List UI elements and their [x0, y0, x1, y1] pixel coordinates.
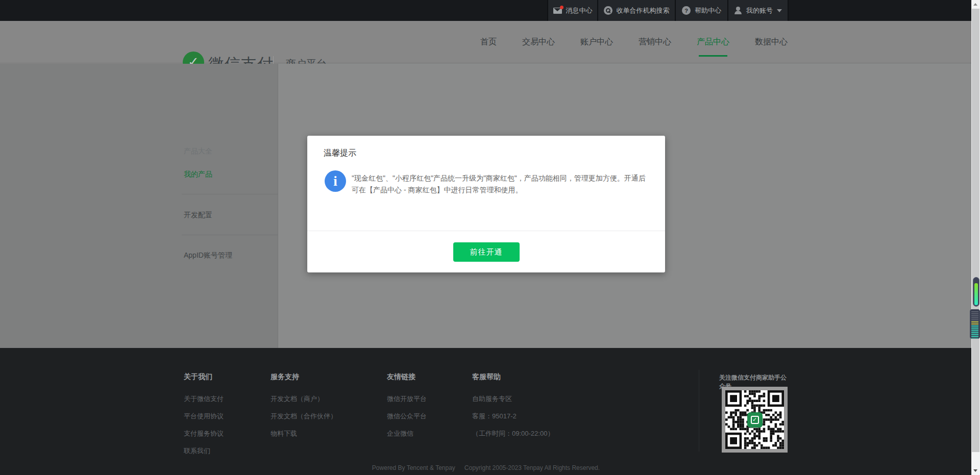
acquiring-search-item[interactable]: 收单合作机构搜索: [597, 0, 675, 21]
copyright-powered-by: Powered By Tencent & Tenpay: [372, 464, 455, 471]
footer-col-title: 友情链接: [387, 372, 427, 382]
scroll-marker-stripes: [970, 309, 980, 339]
scrollbar[interactable]: [971, 0, 980, 475]
scroll-down-arrow-icon[interactable]: [973, 469, 977, 472]
help-center-item[interactable]: ? 帮助中心: [675, 0, 727, 21]
info-icon: i: [325, 170, 346, 192]
topbar: 消息中心 收单合作机构搜索 ? 帮助中心 我的账号: [0, 0, 980, 21]
help-center-label: 帮助中心: [695, 6, 721, 15]
page: 消息中心 收单合作机构搜索 ? 帮助中心 我的账号 ✓ 微信支付 商户平台 首页…: [0, 0, 980, 475]
message-center-label: 消息中心: [566, 6, 593, 15]
footer-link[interactable]: 联系我们: [184, 446, 224, 456]
chevron-down-icon: [777, 9, 782, 12]
footer-link[interactable]: 开发文档（合作伙伴）: [271, 412, 337, 421]
footer-link[interactable]: 企业微信: [387, 429, 427, 438]
nav-marketing-center[interactable]: 营销中心: [639, 21, 671, 63]
footer-col-title: 服务支持: [271, 372, 337, 382]
user-icon: [734, 7, 742, 14]
footer-link[interactable]: 平台使用协议: [184, 412, 224, 421]
go-activate-button[interactable]: 前往开通: [453, 242, 520, 262]
footer-link[interactable]: 微信开放平台: [387, 394, 427, 404]
search-icon: [604, 6, 612, 15]
footer-col-title: 关于我们: [184, 372, 224, 382]
main-nav: 首页 交易中心 账户中心 营销中心 产品中心 数据中心: [480, 21, 788, 63]
copyright-rights: Copyright 2005-2023 Tenpay All Rights Re…: [464, 464, 600, 471]
notification-dot: [560, 6, 564, 9]
sidebar-item-appid-management[interactable]: AppID账号管理: [184, 251, 232, 260]
footer-col-about: 关于我们 关于微信支付 平台使用协议 支付服务协议 联系我们: [184, 372, 224, 464]
sidebar-item-dev-config[interactable]: 开发配置: [184, 211, 212, 220]
qr-code: ✓: [722, 387, 788, 453]
mail-icon: [553, 8, 562, 14]
dialog-title: 温馨提示: [324, 148, 356, 159]
nav-home[interactable]: 首页: [480, 21, 497, 63]
footer-hotline: 客服：95017-2: [472, 412, 554, 421]
nav-account-center[interactable]: 账户中心: [580, 21, 613, 63]
qr-pattern: ✓: [725, 390, 784, 449]
nav-transaction-center[interactable]: 交易中心: [522, 21, 555, 63]
footer-col-customer-help: 客服帮助 自助服务专区 客服：95017-2 （工作时间：09:00-22:00…: [472, 372, 554, 446]
sidebar-divider: [182, 194, 278, 194]
notice-dialog: 温馨提示 i "现金红包"、"小程序红包"产品统一升级为"商家红包"，产品功能相…: [307, 136, 665, 272]
footer-link[interactable]: 支付服务协议: [184, 429, 224, 438]
my-account-label: 我的账号: [746, 6, 773, 15]
message-center-item[interactable]: 消息中心: [547, 0, 597, 21]
footer-vertical-divider: [699, 370, 699, 452]
my-account-item[interactable]: 我的账号: [727, 0, 789, 21]
footer-link[interactable]: 开发文档（商户）: [271, 394, 337, 404]
footer-link[interactable]: 微信公众平台: [387, 412, 427, 421]
footer-link[interactable]: 关于微信支付: [184, 394, 224, 404]
footer-col-service: 服务支持 开发文档（商户） 开发文档（合作伙伴） 物料下载: [271, 372, 337, 446]
footer: 关于我们 关于微信支付 平台使用协议 支付服务协议 联系我们 服务支持 开发文档…: [0, 348, 980, 475]
help-icon: ?: [682, 6, 691, 15]
scrollbar-thumb[interactable]: [972, 9, 979, 452]
nav-data-center[interactable]: 数据中心: [755, 21, 788, 63]
sidebar-divider: [182, 235, 278, 235]
qr-center-logo-icon: ✓: [747, 412, 763, 428]
footer-link[interactable]: 物料下载: [271, 429, 337, 438]
dialog-divider: [307, 231, 665, 231]
dialog-message: "现金红包"、"小程序红包"产品统一升级为"商家红包"，产品功能相同，管理更加方…: [352, 172, 652, 196]
acquiring-search-label: 收单合作机构搜索: [617, 6, 670, 15]
footer-col-title: 客服帮助: [472, 372, 554, 382]
sidebar: 产品大全 我的产品 开发配置 AppID账号管理: [0, 64, 278, 348]
footer-work-hours: （工作时间：09:00-22:00）: [472, 429, 554, 438]
topbar-menu: 消息中心 收单合作机构搜索 ? 帮助中心 我的账号: [547, 0, 789, 21]
footer-link[interactable]: 自助服务专区: [472, 394, 554, 404]
scroll-up-arrow-icon[interactable]: [973, 3, 977, 6]
footer-col-friend-links: 友情链接 微信开放平台 微信公众平台 企业微信: [387, 372, 427, 446]
nav-product-center[interactable]: 产品中心: [697, 21, 729, 63]
header: ✓ 微信支付 商户平台 首页 交易中心 账户中心 营销中心 产品中心 数据中心: [0, 21, 980, 63]
scroll-marker-gradient: [973, 277, 979, 307]
sidebar-item-product-catalog[interactable]: 产品大全: [184, 147, 212, 156]
copyright: Powered By Tencent & TenpayCopyright 200…: [0, 464, 972, 471]
sidebar-item-my-products[interactable]: 我的产品: [184, 170, 212, 179]
